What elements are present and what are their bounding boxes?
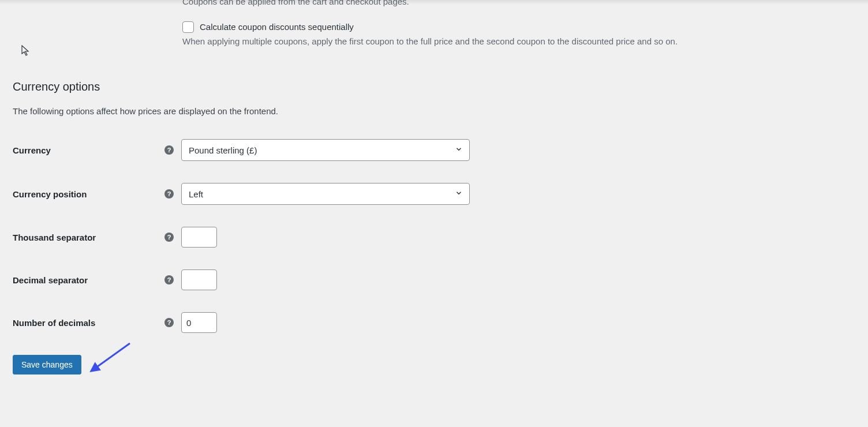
save-button[interactable]: Save changes xyxy=(13,355,81,374)
thousand-separator-input[interactable] xyxy=(181,227,217,248)
decimal-separator-label: Decimal separator xyxy=(13,275,164,285)
number-of-decimals-input[interactable] xyxy=(181,312,217,333)
currency-position-value: Left xyxy=(189,189,203,199)
decimal-separator-input[interactable] xyxy=(181,269,217,290)
currency-position-select[interactable]: Left xyxy=(181,183,470,205)
number-of-decimals-label: Number of decimals xyxy=(13,318,164,328)
currency-select[interactable]: Pound sterling (£) xyxy=(181,139,470,161)
currency-label: Currency xyxy=(13,145,164,155)
currency-position-row: Currency position ? Left xyxy=(13,183,855,205)
help-icon[interactable]: ? xyxy=(164,275,174,284)
help-icon[interactable]: ? xyxy=(164,145,174,155)
currency-section-desc: The following options affect how prices … xyxy=(13,106,855,116)
thousand-separator-label: Thousand separator xyxy=(13,233,164,242)
sequential-coupon-desc: When applying multiple coupons, apply th… xyxy=(182,35,855,48)
sequential-coupon-row: Calculate coupon discounts sequentially xyxy=(182,21,855,33)
currency-section-title: Currency options xyxy=(13,80,855,93)
help-icon[interactable]: ? xyxy=(164,233,174,242)
currency-position-label: Currency position xyxy=(13,189,164,199)
decimal-separator-row: Decimal separator ? xyxy=(13,269,855,290)
sequential-coupon-label: Calculate coupon discounts sequentially xyxy=(200,22,354,32)
sequential-coupon-checkbox[interactable] xyxy=(182,21,194,33)
currency-row: Currency ? Pound sterling (£) xyxy=(13,139,855,161)
help-icon[interactable]: ? xyxy=(164,318,174,327)
currency-select-value: Pound sterling (£) xyxy=(189,145,257,155)
number-of-decimals-row: Number of decimals ? xyxy=(13,312,855,333)
thousand-separator-row: Thousand separator ? xyxy=(13,227,855,248)
help-icon[interactable]: ? xyxy=(164,189,174,198)
